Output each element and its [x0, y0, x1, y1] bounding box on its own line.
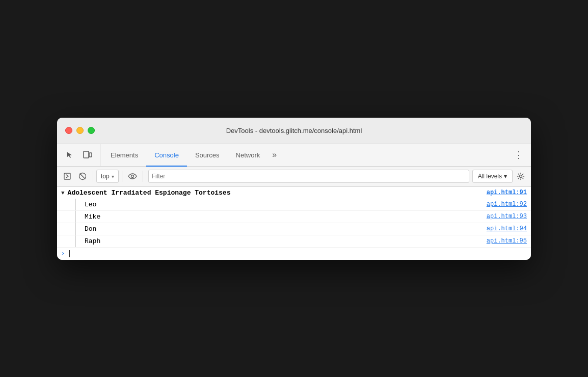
child-link-0[interactable]: api.html:92 [476, 201, 527, 208]
table-row: Mike api.html:93 [57, 211, 531, 223]
context-select[interactable]: top ▾ [96, 170, 119, 183]
child-link-1[interactable]: api.html:93 [476, 213, 527, 220]
console-prompt[interactable]: › [57, 248, 531, 260]
filter-wrapper [148, 170, 469, 183]
toolbar-divider-3 [143, 171, 143, 182]
child-name: Leo [85, 201, 476, 208]
tab-more[interactable]: » [268, 145, 281, 167]
devtools-window: DevTools - devtools.glitch.me/console/ap… [57, 118, 531, 260]
table-row: Raph api.html:95 [57, 235, 531, 248]
tab-network[interactable]: Network [228, 145, 269, 167]
tabbar-menu: ⋮ [511, 144, 527, 166]
child-name: Raph [85, 237, 476, 245]
cursor-blink [69, 250, 70, 257]
toolbar-divider [93, 171, 93, 182]
svg-point-5 [131, 175, 133, 178]
tab-sources[interactable]: Sources [187, 145, 228, 167]
levels-dropdown[interactable]: All levels ▾ [472, 170, 513, 183]
svg-rect-0 [84, 151, 89, 158]
console-toolbar: top ▾ All levels ▾ [57, 167, 531, 187]
group-expand-arrow[interactable]: ▼ [61, 190, 65, 196]
window-title: DevTools - devtools.glitch.me/console/ap… [226, 127, 362, 134]
chevron-down-icon: ▾ [112, 174, 114, 179]
svg-rect-1 [89, 153, 92, 157]
cursor-icon-btn[interactable] [61, 147, 77, 163]
group-header-row: ▼ Adolescent Irradiated Espionage Tortoi… [57, 187, 531, 199]
settings-gear-button[interactable] [514, 169, 528, 183]
tabbar-icons [61, 144, 100, 166]
titlebar: DevTools - devtools.glitch.me/console/ap… [57, 118, 531, 144]
toolbar-divider-2 [122, 171, 122, 182]
console-content: ▼ Adolescent Irradiated Espionage Tortoi… [57, 187, 531, 260]
expand-panel-button[interactable] [60, 169, 74, 183]
traffic-lights [65, 127, 95, 134]
group-link[interactable]: api.html:91 [476, 189, 527, 196]
child-link-2[interactable]: api.html:94 [476, 225, 527, 232]
prompt-arrow-icon: › [61, 250, 65, 257]
svg-point-6 [520, 175, 522, 178]
tab-console[interactable]: Console [146, 145, 187, 167]
table-row: Don api.html:94 [57, 223, 531, 235]
device-icon-btn[interactable] [79, 147, 96, 163]
minimize-button[interactable] [76, 127, 84, 134]
menu-dots-button[interactable]: ⋮ [511, 147, 527, 163]
tab-elements[interactable]: Elements [102, 145, 146, 167]
clear-console-button[interactable] [75, 169, 90, 183]
filter-input[interactable] [149, 173, 469, 180]
group-title: Adolescent Irradiated Espionage Tortoise… [68, 189, 476, 197]
child-name: Mike [85, 213, 476, 221]
chevron-down-icon-levels: ▾ [504, 173, 507, 180]
close-button[interactable] [65, 127, 72, 134]
table-row: Leo api.html:92 [57, 199, 531, 211]
svg-line-4 [80, 174, 85, 179]
child-name: Don [85, 225, 476, 233]
eye-button[interactable] [125, 169, 140, 183]
tabbar: Elements Console Sources Network » ⋮ [57, 144, 531, 167]
maximize-button[interactable] [88, 127, 95, 134]
child-link-3[interactable]: api.html:95 [476, 237, 527, 245]
svg-rect-2 [64, 173, 70, 179]
